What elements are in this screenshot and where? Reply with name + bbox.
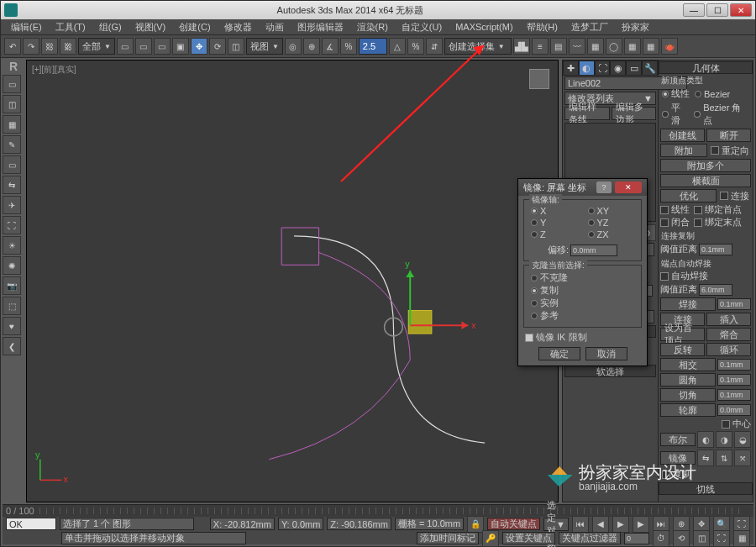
lt-brightness-icon[interactable]: ✺ xyxy=(3,256,21,275)
minimize-button[interactable]: — xyxy=(683,3,705,17)
chk-mirror-ik[interactable]: 镜像 IK 限制 xyxy=(536,331,587,344)
dialog-help-button[interactable]: ? xyxy=(596,181,612,193)
chk-linear[interactable]: 线性 xyxy=(671,203,690,216)
coord-x[interactable]: X: -20.812mm xyxy=(210,518,275,530)
render-setup-button[interactable]: ▦ xyxy=(624,38,641,55)
select-rect-button[interactable]: ▭ xyxy=(154,38,171,55)
menu-group[interactable]: 组(G) xyxy=(94,21,127,34)
close-button[interactable]: ✕ xyxy=(730,3,752,17)
rad-axis-x[interactable]: X xyxy=(540,206,546,216)
optimize-btn[interactable]: 优化 xyxy=(660,189,717,202)
mir-b-icon[interactable]: ⤧ xyxy=(734,450,751,466)
insert-btn[interactable]: 插入 xyxy=(706,313,751,326)
lt-1[interactable]: ▭ xyxy=(3,75,21,93)
mirror-cancel-button[interactable]: 取消 xyxy=(585,347,627,360)
rad-linear[interactable]: 线性 xyxy=(671,87,690,100)
lt-5[interactable]: ▭ xyxy=(3,155,21,174)
rad-axis-y[interactable]: Y xyxy=(540,218,546,228)
softsel-rollout[interactable]: 软选择 xyxy=(564,365,656,377)
rad-noclone[interactable]: 不克隆 xyxy=(540,271,568,284)
break-btn[interactable]: 断开 xyxy=(706,129,751,142)
mirror-ok-button[interactable]: 确定 xyxy=(538,347,580,360)
dialog-close-button[interactable]: ✕ xyxy=(615,181,642,193)
bool-c-icon[interactable]: ◒ xyxy=(734,431,751,448)
rad-axis-xy[interactable]: XY xyxy=(597,206,610,216)
fillet-spin[interactable]: 0.1mm xyxy=(717,374,751,386)
material-button[interactable]: ◯ xyxy=(606,38,622,55)
curve-editor-button[interactable]: 〰 xyxy=(569,38,585,55)
link-button[interactable]: ⛓ xyxy=(41,38,58,55)
edit-spline-button[interactable]: 编辑样条线 xyxy=(564,107,610,120)
chk-bindlast[interactable]: 绑定末点 xyxy=(705,216,742,229)
spinner-button[interactable]: ⇵ xyxy=(426,38,443,55)
cross-section-btn[interactable]: 横截面 xyxy=(660,174,751,187)
move-button[interactable]: ✥ xyxy=(191,38,207,55)
lt-edit-icon[interactable]: ✎ xyxy=(3,135,21,154)
nav-7[interactable]: ⛶ xyxy=(713,530,730,547)
schematic-button[interactable]: ▦ xyxy=(587,38,604,55)
pivot-button[interactable]: ◎ xyxy=(285,38,302,55)
cycle-btn[interactable]: 循环 xyxy=(706,343,751,356)
add-time-tag[interactable]: 添加时间标记 xyxy=(417,532,479,544)
lt-camera-icon[interactable]: 📷 xyxy=(3,276,21,295)
coord-sys-select[interactable]: 全部▼ xyxy=(78,38,115,55)
create-line-btn[interactable]: 创建线 xyxy=(660,129,705,142)
select-button[interactable]: ▭ xyxy=(117,38,134,55)
menu-modifiers[interactable]: 修改器 xyxy=(219,21,257,34)
setfirst-btn[interactable]: 设为首顶点 xyxy=(660,328,705,341)
viewport-canvas[interactable]: x y x y xyxy=(29,62,556,500)
nav-6[interactable]: ◫ xyxy=(693,530,710,547)
spinner-snap[interactable]: 2.5 xyxy=(359,38,387,55)
bool-b-icon[interactable]: ◑ xyxy=(716,431,732,448)
cross-spin[interactable]: 0.1mm xyxy=(717,359,751,371)
chk-reorient[interactable]: 重定向 xyxy=(722,145,749,157)
render-button[interactable]: 🫖 xyxy=(661,38,678,55)
nav-8[interactable]: ▦ xyxy=(733,530,750,547)
attach-mult-btn[interactable]: 附加多个 xyxy=(660,159,751,172)
menu-render[interactable]: 渲染(R) xyxy=(352,21,393,34)
rad-reference[interactable]: 参考 xyxy=(540,309,559,322)
snap-angle-button[interactable]: ∡ xyxy=(322,38,339,55)
outline-btn[interactable]: 轮廓 xyxy=(660,403,716,417)
angle-snap-button[interactable]: △ xyxy=(389,38,406,55)
tab-display[interactable]: ▭ xyxy=(626,60,642,76)
play-icon[interactable]: ▶ xyxy=(612,516,629,533)
rad-instance[interactable]: 实例 xyxy=(540,297,559,309)
edit-poly-button[interactable]: 编辑多边形 xyxy=(612,107,657,120)
scale-button[interactable]: ◫ xyxy=(228,38,244,55)
menu-dream[interactable]: 造梦工厂 xyxy=(566,21,613,34)
rad-axis-z[interactable]: Z xyxy=(540,229,546,239)
rad-bezcorner[interactable]: Bezier 角点 xyxy=(703,102,749,127)
bool-a-icon[interactable]: ◐ xyxy=(697,431,714,448)
lt-12[interactable]: ⬚ xyxy=(3,297,21,315)
chamfer-spin[interactable]: 0.1mm xyxy=(717,389,751,401)
geom-rollout[interactable]: 几何体 xyxy=(659,61,753,74)
key-icon[interactable]: 🔑 xyxy=(482,530,499,547)
mir-v-icon[interactable]: ⇅ xyxy=(716,450,732,466)
menu-tools[interactable]: 工具(T) xyxy=(50,21,91,34)
setkey-button[interactable]: 设置关键点 xyxy=(502,532,555,544)
chamfer-btn[interactable]: 切角 xyxy=(660,388,716,402)
snap-percent-button[interactable]: % xyxy=(340,38,357,55)
menu-maxscript[interactable]: MAXScript(M) xyxy=(450,22,517,32)
attach-btn[interactable]: 附加 xyxy=(660,144,707,157)
mir-h-icon[interactable]: ⇆ xyxy=(697,450,714,466)
fuse-btn[interactable]: 熔合 xyxy=(706,328,751,341)
fillet-btn[interactable]: 圆角 xyxy=(660,373,716,387)
rad-smooth[interactable]: 平滑 xyxy=(671,102,689,127)
offset-spinner[interactable]: 0.0mm xyxy=(570,245,617,256)
menu-create[interactable]: 创建(C) xyxy=(174,21,215,34)
lt-plane-icon[interactable]: ✈ xyxy=(3,196,21,214)
menu-customize[interactable]: 自定义(U) xyxy=(396,21,447,34)
outline-spin[interactable]: 0.0mm xyxy=(717,404,751,416)
mirror-button[interactable]: ▟▙ xyxy=(513,38,530,55)
keyfilter-button[interactable]: 关键点过滤器 xyxy=(559,532,621,544)
frame-spinner[interactable]: 0 xyxy=(624,533,649,544)
pct-snap-button[interactable]: % xyxy=(407,38,424,55)
menu-graph[interactable]: 图形编辑器 xyxy=(292,21,349,34)
bool-btn[interactable]: 布尔 xyxy=(660,433,696,446)
autokey-button[interactable]: 自动关键点 xyxy=(487,518,540,530)
maximize-button[interactable]: ☐ xyxy=(706,3,728,17)
cross-btn[interactable]: 相交 xyxy=(660,358,716,371)
goto-start-icon[interactable]: ⏮ xyxy=(572,516,589,533)
